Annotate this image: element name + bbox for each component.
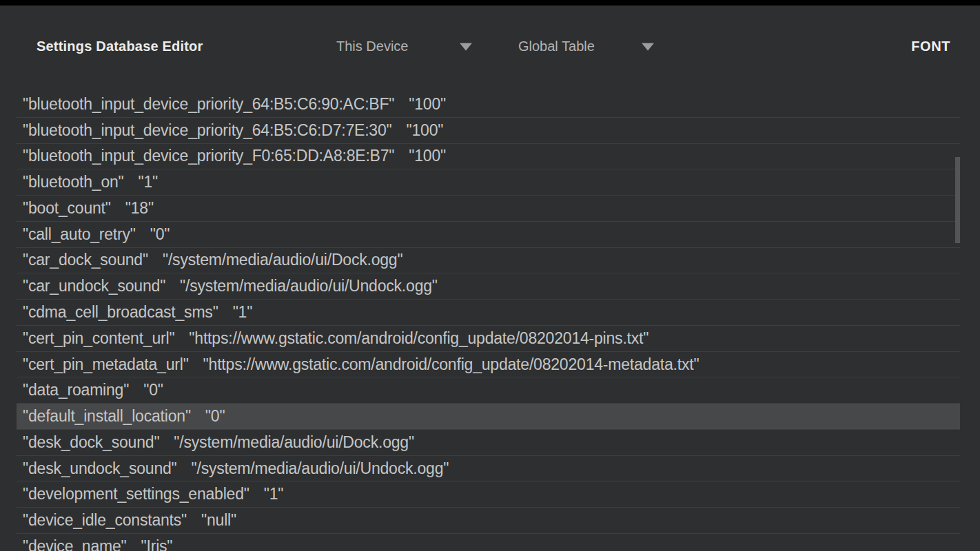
setting-key: "boot_count" (23, 199, 111, 218)
table-row[interactable]: "device_name""Iris" (17, 534, 960, 551)
chevron-down-icon (460, 43, 472, 51)
setting-value: "https://www.gstatic.com/android/config_… (203, 355, 700, 374)
setting-key: "default_install_location" (23, 407, 191, 426)
setting-value: "18" (125, 199, 154, 218)
table-selector-dropdown[interactable]: Global Table (518, 39, 654, 54)
device-selector-dropdown[interactable]: This Device (336, 39, 472, 54)
settings-list: "bluetooth_input_device_priority_64:B5:C… (17, 92, 960, 551)
setting-key: "development_settings_enabled" (23, 485, 249, 503)
table-row[interactable]: "cdma_cell_broadcast_sms""1" (17, 300, 960, 326)
setting-value: "https://www.gstatic.com/android/config_… (189, 329, 649, 348)
table-row[interactable]: "call_auto_retry""0" (17, 222, 960, 248)
setting-key: "call_auto_retry" (23, 225, 136, 244)
table-row[interactable]: "car_dock_sound""/system/media/audio/ui/… (17, 248, 960, 274)
table-row[interactable]: "bluetooth_input_device_priority_64:B5:C… (17, 118, 960, 144)
table-row[interactable]: "bluetooth_input_device_priority_64:B5:C… (17, 92, 960, 118)
setting-key: "bluetooth_on" (23, 173, 124, 191)
setting-key: "desk_dock_sound" (23, 433, 159, 452)
setting-key: "cdma_cell_broadcast_sms" (23, 303, 218, 322)
setting-value: "100" (407, 121, 444, 140)
setting-key: "car_undock_sound" (23, 277, 165, 295)
table-row[interactable]: "desk_dock_sound""/system/media/audio/ui… (17, 430, 960, 456)
setting-key: "cert_pin_metadata_url" (23, 355, 189, 374)
setting-value: "Iris" (141, 537, 173, 551)
setting-key: "car_dock_sound" (23, 251, 148, 269)
setting-key: "bluetooth_input_device_priority_F0:65:D… (23, 147, 394, 165)
setting-value: "1" (264, 485, 284, 503)
setting-key: "bluetooth_input_device_priority_64:B5:C… (23, 95, 394, 114)
table-row[interactable]: "data_roaming""0" (17, 377, 960, 404)
device-selector-label: This Device (336, 39, 408, 54)
setting-value: "0" (205, 407, 225, 426)
table-row[interactable]: "device_idle_constants""null" (17, 508, 960, 534)
setting-value: "0" (143, 381, 163, 399)
app-bar: Settings Database Editor This Device Glo… (0, 6, 980, 87)
setting-key: "cert_pin_content_url" (23, 329, 174, 348)
table-row[interactable]: "default_install_location""0" (17, 404, 960, 430)
setting-value: "1" (233, 303, 253, 322)
table-row[interactable]: "cert_pin_content_url""https://www.gstat… (17, 326, 960, 352)
setting-key: "bluetooth_input_device_priority_64:B5:C… (23, 121, 392, 140)
table-row[interactable]: "bluetooth_input_device_priority_F0:65:D… (17, 144, 960, 170)
setting-value: "1" (139, 173, 159, 191)
table-row[interactable]: "desk_undock_sound""/system/media/audio/… (17, 456, 960, 482)
scrollbar-thumb[interactable] (955, 157, 960, 243)
setting-value: "/system/media/audio/ui/Undock.ogg" (180, 277, 438, 295)
setting-value: "100" (409, 95, 446, 114)
table-row[interactable]: "development_settings_enabled""1" (17, 481, 960, 508)
table-row[interactable]: "bluetooth_on""1" (17, 169, 960, 196)
setting-key: "device_idle_constants" (23, 511, 187, 530)
setting-key: "device_name" (23, 537, 127, 551)
table-row[interactable]: "boot_count""18" (17, 196, 960, 222)
status-bar (0, 0, 980, 6)
setting-key: "data_roaming" (23, 381, 129, 399)
chevron-down-icon (642, 43, 654, 51)
font-button[interactable]: FONT (911, 39, 950, 54)
setting-value: "100" (409, 147, 446, 165)
app-title: Settings Database Editor (37, 39, 203, 54)
setting-value: "/system/media/audio/ui/Dock.ogg" (174, 433, 414, 452)
setting-key: "desk_undock_sound" (23, 459, 177, 478)
table-selector-label: Global Table (518, 39, 595, 54)
setting-value: "0" (150, 225, 170, 244)
table-row[interactable]: "car_undock_sound""/system/media/audio/u… (17, 273, 960, 300)
table-row[interactable]: "cert_pin_metadata_url""https://www.gsta… (17, 352, 960, 378)
setting-value: "/system/media/audio/ui/Dock.ogg" (163, 251, 403, 269)
setting-value: "/system/media/audio/ui/Undock.ogg" (192, 459, 449, 478)
setting-value: "null" (201, 511, 236, 530)
